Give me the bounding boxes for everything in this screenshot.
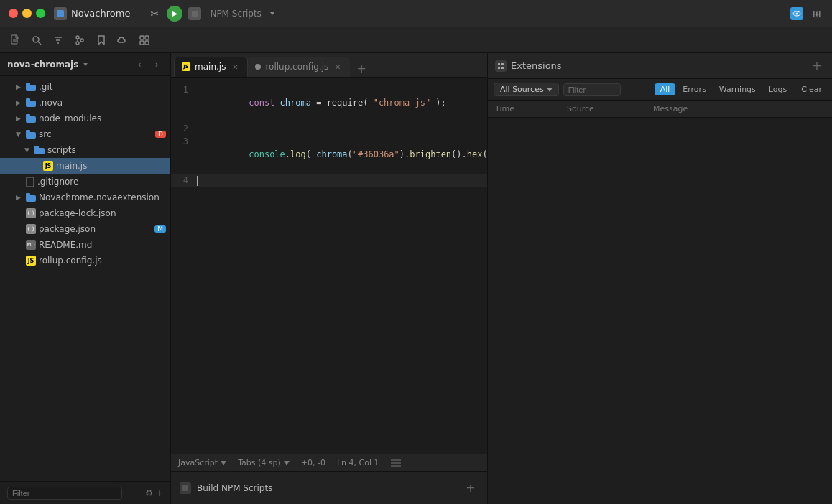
branch-button[interactable] (72, 32, 88, 48)
apps-button[interactable] (137, 32, 152, 48)
sidebar-item-scripts-label: scripts (47, 145, 76, 155)
console-tab-errors[interactable]: Errors (677, 83, 712, 95)
app-icon (54, 7, 67, 20)
console-add-button[interactable]: + (809, 58, 825, 74)
stop-button[interactable] (188, 7, 201, 20)
extensions-icon[interactable] (790, 7, 803, 20)
status-diff-label: +0, -0 (301, 458, 325, 467)
status-position-label: Ln 4, Col 1 (337, 458, 379, 467)
console-tab-warnings[interactable]: Warnings (713, 83, 762, 95)
tab-mainjs[interactable]: JS main.js ✕ (174, 57, 248, 77)
line-content-2 (197, 122, 202, 135)
sidebar-item-readme[interactable]: MD README.md (0, 237, 170, 253)
line-number-2: 2 (171, 122, 197, 135)
line-number-3: 3 (171, 135, 197, 148)
cloud-button[interactable] (115, 32, 131, 48)
tab-bar: JS main.js ✕ rollup.config.js ✕ + (171, 53, 487, 78)
sidebar-item-node-modules-label: node_modules (39, 113, 101, 123)
src-badge: D (155, 131, 166, 138)
svg-marker-22 (83, 63, 88, 66)
console-tab-all[interactable]: All (655, 83, 676, 95)
build-panel-add-button[interactable]: + (463, 480, 479, 496)
svg-marker-36 (221, 461, 226, 465)
run-button[interactable]: ▶ (167, 6, 182, 22)
tab-rollup-close[interactable]: ✕ (333, 62, 343, 72)
tab-rollup[interactable]: rollup.config.js ✕ (248, 57, 350, 77)
code-editor[interactable]: 1 const chroma = require( "chroma-js" );… (171, 78, 487, 454)
extensions-panel-icon (495, 60, 507, 72)
svg-rect-0 (57, 10, 64, 17)
svg-point-4 (796, 12, 798, 14)
all-sources-button[interactable]: All Sources (494, 83, 559, 96)
sidebar-item-git[interactable]: ▶ .git (0, 79, 170, 95)
new-file-button[interactable] (7, 32, 23, 48)
sidebar-item-nova-label: .nova (39, 98, 63, 108)
sidebar-item-rollup-label: rollup.config.js (39, 256, 102, 266)
bookmark-button[interactable] (93, 32, 109, 48)
sidebar-item-src[interactable]: ▼ src D (0, 126, 170, 142)
filter-button[interactable] (50, 32, 66, 48)
sidebar-back-button[interactable]: ‹ (133, 58, 146, 71)
svg-rect-30 (26, 130, 30, 134)
sidebar-item-packagelock[interactable]: { } package-lock.json (0, 205, 170, 221)
svg-marker-17 (98, 36, 104, 45)
console-clear-button[interactable]: Clear (797, 83, 826, 95)
json-file-icon: { } (26, 208, 36, 218)
all-sources-label: All Sources (500, 85, 544, 94)
svg-rect-18 (140, 36, 144, 39)
tab-mainjs-label: main.js (195, 62, 226, 72)
sidebar-forward-button[interactable]: › (150, 58, 163, 71)
sidebar-header: nova-chromajs ‹ › (0, 53, 170, 76)
svg-rect-1 (192, 11, 198, 17)
tab-rollup-dot (255, 64, 261, 70)
console-column-headers: Time Source Message (488, 101, 832, 118)
line-content-3: console.log( chroma("#36036a").brighten(… (197, 135, 487, 174)
status-diff: +0, -0 (301, 458, 325, 467)
js-file-icon: JS (43, 161, 53, 171)
sidebar-item-novaext-label: Novachrome.novaextension (39, 192, 160, 202)
console-filter-input[interactable] (563, 83, 621, 96)
status-language-label: JavaScript (178, 458, 218, 467)
sidebar-item-node-modules[interactable]: ▶ node_modules (0, 111, 170, 126)
sidebar-item-rollup[interactable]: JS rollup.config.js (0, 253, 170, 269)
sidebar-item-src-label: src (39, 129, 52, 139)
filter-add-icon[interactable]: + (156, 488, 163, 498)
col-message: Message (653, 104, 825, 113)
svg-rect-19 (145, 36, 149, 39)
sidebar-item-nova[interactable]: ▶ .nova (0, 95, 170, 111)
svg-rect-28 (26, 114, 30, 118)
svg-rect-33 (27, 177, 34, 187)
sidebar-item-packagejson[interactable]: { } package.json M (0, 221, 170, 237)
filter-settings-icon[interactable]: ⚙ (145, 488, 153, 498)
svg-line-9 (38, 42, 41, 45)
sidebar-item-scripts[interactable]: ▼ scripts (0, 142, 170, 158)
task-name: NPM Scripts (210, 9, 261, 19)
console-tab-logs[interactable]: Logs (763, 83, 792, 95)
console-panel: Extensions + All Sources All Errors Warn… (487, 53, 832, 504)
status-language[interactable]: JavaScript (178, 458, 226, 467)
minimize-button[interactable] (22, 9, 32, 18)
toolbar (0, 27, 832, 53)
tab-mainjs-close[interactable]: ✕ (230, 62, 240, 72)
status-indentation[interactable]: Tabs (4 sp) (238, 458, 290, 467)
app-name: Novachrome (71, 8, 130, 19)
grid-icon[interactable]: ⊞ (810, 7, 823, 20)
sidebar-tree: ▶ .git ▶ .nova ▶ node_modules ▼ src (0, 76, 170, 481)
sidebar-item-novaextension[interactable]: ▶ Novachrome.novaextension (0, 190, 170, 205)
json-file-icon-2: { } (26, 224, 36, 234)
editor-area: JS main.js ✕ rollup.config.js ✕ + 1 cons… (171, 53, 487, 504)
status-menu-icon[interactable] (391, 459, 401, 467)
close-button[interactable] (9, 9, 18, 18)
line-number-4: 4 (171, 174, 197, 187)
scissor-icon: ✂ (148, 7, 161, 20)
col-time: Time (495, 104, 567, 113)
sidebar-item-gitignore[interactable]: .gitignore (0, 174, 170, 190)
maximize-button[interactable] (36, 9, 45, 18)
sidebar-item-mainjs-label: main.js (56, 161, 87, 171)
packagejson-badge: M (154, 225, 166, 233)
code-line-1: 1 const chroma = require( "chroma-js" ); (171, 83, 487, 122)
sidebar-filter-input[interactable] (7, 487, 122, 500)
sidebar-item-mainjs[interactable]: JS main.js (0, 158, 170, 174)
search-button[interactable] (29, 32, 45, 48)
tab-add-button[interactable]: + (353, 60, 370, 77)
